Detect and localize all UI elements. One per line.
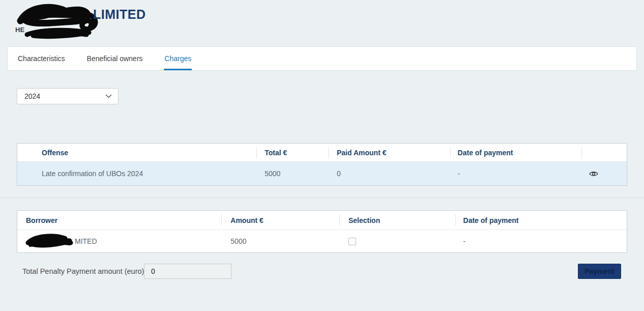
col-header-date-of-payment-2: Date of payment [455, 211, 627, 230]
tab-beneficial-owners[interactable]: Beneficial owners [86, 47, 143, 70]
offense-cell: Late confirmation of UBOs 2024 [17, 162, 256, 185]
charges-table: Offense Total € Paid Amount € Date of pa… [17, 143, 627, 186]
borrower-name-visible-text: MITED [75, 237, 97, 245]
col-header-borrower: Borrower [17, 211, 221, 230]
view-details-button[interactable] [589, 171, 598, 177]
tab-bar: Characteristics Beneficial owners Charge… [7, 46, 637, 71]
col-header-paid-amount: Paid Amount € [328, 144, 450, 161]
amount-cell: 5000 [221, 230, 339, 252]
col-header-offense: Offense [17, 144, 256, 161]
col-header-total: Total € [256, 144, 328, 161]
total-penalty-input[interactable] [144, 264, 231, 279]
chevron-down-icon [105, 94, 112, 98]
paid-amount-cell: 0 [328, 162, 450, 185]
redaction-scribble-borrower [25, 234, 74, 249]
registration-number: HE [15, 26, 24, 34]
borrower-name: MITED [26, 234, 97, 249]
col-header-amount: Amount € [221, 211, 339, 230]
borrowers-table-header: Borrower Amount € Selection Date of paym… [17, 211, 627, 230]
borrowers-table: Borrower Amount € Selection Date of paym… [17, 210, 627, 253]
borrowers-table-row: MITED 5000 - [17, 230, 627, 252]
eye-icon [589, 171, 598, 177]
tab-characteristics[interactable]: Characteristics [17, 47, 66, 70]
year-dropdown-value: 2024 [24, 92, 40, 100]
col-header-date-of-payment: Date of payment [450, 144, 582, 161]
borrower-selection-checkbox[interactable] [348, 238, 356, 245]
charges-table-header: Offense Total € Paid Amount € Date of pa… [17, 144, 627, 162]
date-of-payment-cell: - [450, 162, 582, 185]
charges-page: LIMITED HE Characteristics Beneficial ow… [0, 0, 644, 311]
charges-table-row: Late confirmation of UBOs 2024 5000 0 - [17, 162, 627, 185]
company-name: LIMITED [93, 7, 146, 22]
year-dropdown[interactable]: 2024 [17, 88, 119, 104]
col-header-actions [581, 144, 627, 161]
tab-charges[interactable]: Charges [164, 47, 192, 70]
section-divider [0, 197, 644, 198]
total-cell: 5000 [256, 162, 328, 185]
total-penalty-label: Total Penalty Payment amount (euro) : [22, 267, 148, 275]
payment-button[interactable]: Payment [578, 264, 621, 279]
col-header-selection: Selection [339, 211, 455, 230]
borrower-date-of-payment-cell: - [455, 230, 627, 252]
